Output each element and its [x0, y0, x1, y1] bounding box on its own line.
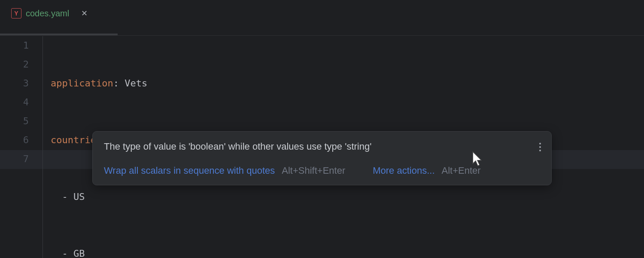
line-number: 1 [23, 36, 29, 55]
line-number: 5 [23, 112, 29, 131]
yaml-value: Vets [125, 78, 147, 89]
code-line[interactable]: - US [51, 187, 147, 206]
file-tab[interactable]: Y codes.yaml ✕ [11, 0, 91, 27]
hint-message: The type of value is 'boolean' while oth… [104, 141, 540, 152]
yaml-value: US [73, 191, 85, 202]
kebab-menu-icon[interactable] [538, 141, 543, 153]
line-number: 7 [23, 150, 29, 169]
yaml-file-icon: Y [11, 8, 21, 18]
more-actions-shortcut: Alt+Enter [442, 165, 481, 176]
yaml-dash: - [62, 191, 68, 202]
line-number: 3 [23, 74, 29, 93]
line-number: 2 [23, 55, 29, 74]
inspection-hint-popup: The type of value is 'boolean' while oth… [92, 131, 552, 185]
yaml-key: application [51, 78, 113, 89]
close-tab-icon[interactable]: ✕ [81, 9, 88, 18]
tab-filename: codes.yaml [26, 9, 69, 18]
editor-divider [0, 35, 644, 36]
yaml-value: GB [73, 248, 85, 258]
more-actions-link[interactable]: More actions... [373, 165, 434, 176]
quick-fix-shortcut: Alt+Shift+Enter [282, 165, 345, 176]
line-number: 6 [23, 131, 29, 150]
line-number: 4 [23, 93, 29, 112]
yaml-colon: : [113, 78, 119, 89]
line-number-gutter: 1 2 3 4 5 6 7 [0, 36, 43, 258]
code-line[interactable]: - GB [51, 244, 147, 258]
code-line[interactable]: application: Vets [51, 74, 147, 93]
hint-actions-row: Wrap all scalars in sequence with quotes… [104, 165, 540, 176]
quick-fix-link[interactable]: Wrap all scalars in sequence with quotes [104, 165, 275, 176]
yaml-dash: - [62, 248, 68, 258]
tab-bar: Y codes.yaml ✕ [0, 0, 644, 27]
